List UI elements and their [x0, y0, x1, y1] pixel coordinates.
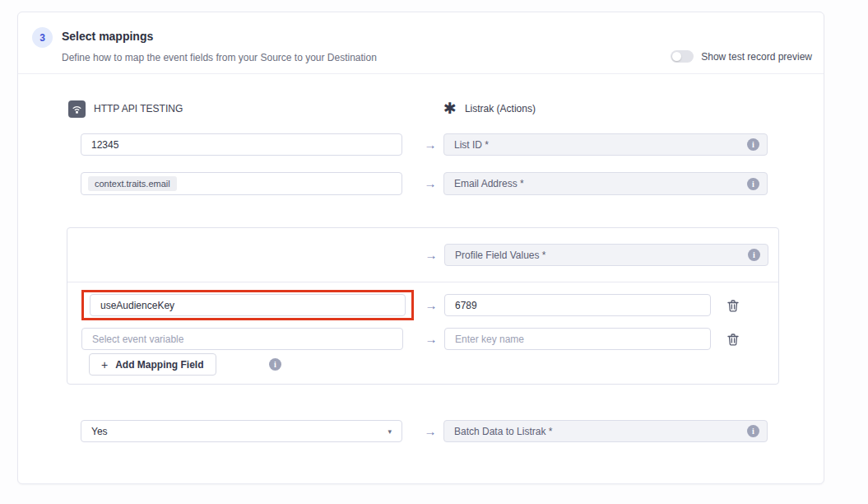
source-column-title: HTTP API TESTING	[94, 103, 183, 114]
profile-field-values-destination-field[interactable]: Profile Field Values * i	[444, 244, 768, 266]
batch-source-value: Yes	[91, 426, 108, 437]
list-id-destination-field[interactable]: List ID * i	[443, 133, 768, 156]
profile-field-values-group: → Profile Field Values * i →	[67, 227, 779, 385]
select-mappings-card: 3 Select mappings Define how to map the …	[17, 12, 824, 484]
email-destination-label: Email Address *	[454, 178, 524, 189]
delete-row-button[interactable]	[726, 332, 740, 347]
toggle-knob	[672, 52, 681, 61]
profile-key-destination-input[interactable]	[444, 294, 711, 316]
info-icon[interactable]: i	[748, 249, 760, 261]
chevron-down-icon: ▾	[388, 427, 392, 436]
arrow-right-icon: →	[418, 420, 443, 442]
mapping-row-list-id: → List ID * i	[18, 133, 824, 156]
destination-column-header: ✱ Listrak (Actions)	[443, 100, 536, 118]
header-divider	[18, 73, 824, 74]
delete-row-button[interactable]	[726, 298, 740, 313]
arrow-right-icon: →	[419, 328, 443, 350]
arrow-right-icon: →	[418, 172, 443, 195]
event-variable-input[interactable]	[81, 328, 403, 350]
step-number-badge: 3	[32, 27, 53, 48]
profile-mapping-row-1: →	[67, 294, 778, 316]
toggle-label: Show test record preview	[701, 51, 812, 63]
arrow-right-icon: →	[419, 244, 443, 266]
email-destination-field[interactable]: Email Address * i	[443, 172, 768, 195]
batch-destination-label: Batch Data to Listrak *	[454, 426, 552, 437]
group-divider	[67, 282, 778, 282]
page-title: Select mappings	[62, 30, 153, 43]
page-subtitle: Define how to map the event fields from …	[62, 52, 377, 63]
list-id-source-input[interactable]	[81, 133, 402, 156]
destination-column-title: Listrak (Actions)	[465, 103, 536, 114]
info-icon[interactable]: i	[269, 358, 281, 371]
key-name-input[interactable]	[444, 328, 711, 350]
event-variable-token[interactable]: context.traits.email	[88, 176, 177, 191]
mapping-row-email: context.traits.email → Email Address * i	[18, 172, 824, 195]
info-icon[interactable]: i	[747, 138, 759, 151]
info-icon[interactable]: i	[747, 425, 759, 437]
test-record-preview-toggle-group: Show test record preview	[671, 50, 812, 63]
list-id-destination-label: List ID *	[454, 139, 489, 151]
add-mapping-field-label: Add Mapping Field	[115, 359, 203, 371]
arrow-right-icon: →	[418, 133, 443, 156]
profile-field-values-label: Profile Field Values *	[455, 250, 546, 261]
plus-icon: +	[101, 358, 108, 371]
arrow-right-icon: →	[419, 294, 443, 316]
email-source-input[interactable]: context.traits.email	[81, 172, 402, 195]
http-api-source-icon	[68, 100, 86, 118]
batch-destination-field[interactable]: Batch Data to Listrak * i	[443, 420, 768, 442]
mapping-row-batch: Yes ▾ → Batch Data to Listrak * i	[18, 420, 824, 442]
source-column-header: HTTP API TESTING	[68, 100, 183, 118]
profile-mapping-row-2: →	[67, 328, 778, 350]
add-mapping-field-button[interactable]: + Add Mapping Field	[89, 353, 216, 376]
batch-source-select[interactable]: Yes ▾	[81, 420, 402, 442]
show-test-record-toggle[interactable]	[671, 50, 694, 63]
listrak-logo-icon: ✱	[443, 100, 457, 117]
info-icon[interactable]: i	[747, 178, 759, 190]
profile-field-values-header-row: → Profile Field Values * i	[67, 244, 778, 266]
